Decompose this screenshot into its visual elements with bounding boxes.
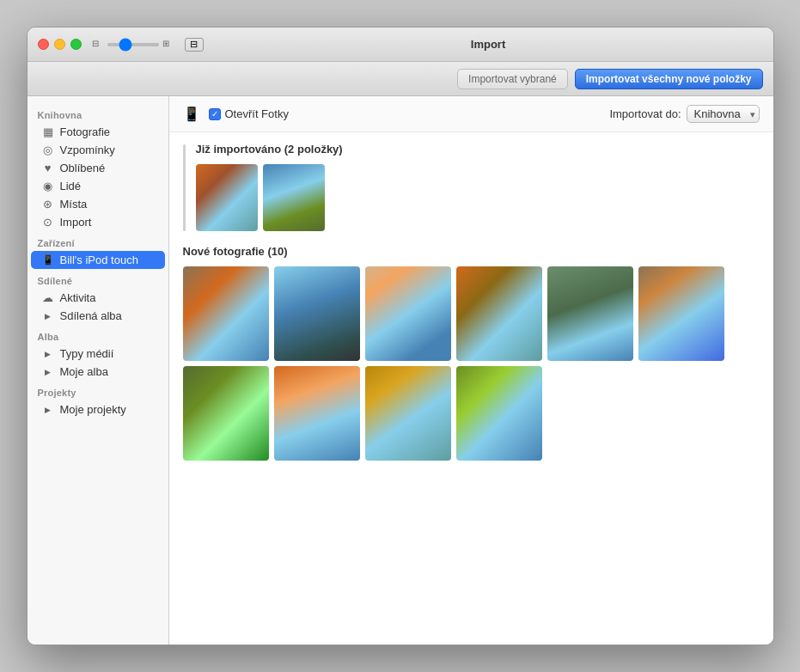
new-photo-9[interactable] [365,366,451,461]
new-photo-1[interactable] [183,266,269,361]
content-area: 📱 ✓ Otevřít Fotky Importovat do: Knihovn… [169,96,773,645]
new-photo-2[interactable] [274,266,360,361]
already-imported-content: Již importováno (2 položky) [196,143,760,231]
already-imported-section: Již importováno (2 položky) [169,132,773,235]
main-area: Knihovna ▦ Fotografie ◎ Vzpomínky ♥ Oblí… [27,96,773,645]
new-photo-5[interactable] [547,266,633,361]
new-photo-6[interactable] [638,266,724,361]
new-photo-8[interactable] [274,366,360,461]
new-photo-7[interactable] [183,366,269,461]
new-photo-3[interactable] [365,266,451,361]
imported-photo-2[interactable] [263,164,325,231]
main-window: ⊟ ⊞ ⊟ Import Importovat vybrané Importov… [27,27,774,645]
new-photo-4[interactable] [456,266,542,361]
already-imported-grid [196,164,760,231]
new-photo-10[interactable] [456,366,542,461]
